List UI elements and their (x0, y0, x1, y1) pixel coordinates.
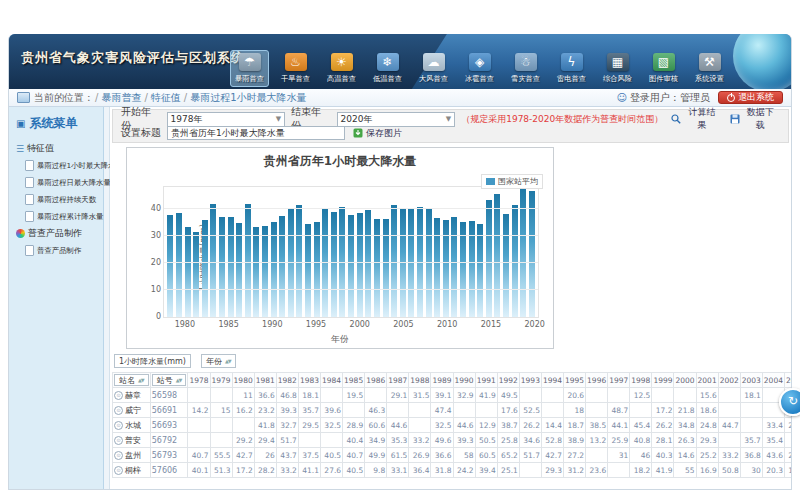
breadcrumb-item[interactable]: 特征值 (151, 92, 181, 103)
year-column-header[interactable]: 1979 (210, 373, 232, 388)
nav-item-settings[interactable]: ⚒系统设置 (690, 50, 729, 87)
bar-slot (226, 187, 235, 317)
tree-group-product-making[interactable]: 普查产品制作 (12, 225, 100, 242)
value-cell: 46.8 (276, 388, 298, 403)
value-cell (608, 388, 630, 403)
year-column-header[interactable]: 1995 (564, 373, 586, 388)
value-cell: 60.6 (365, 418, 387, 433)
tree-group-feature-values[interactable]: ☰特征值 (12, 140, 100, 157)
year-column-header[interactable]: 1987 (387, 373, 409, 388)
nav-item-snow[interactable]: ☃雪灾普查 (506, 50, 545, 87)
toolbar: 开始年份 1978年 ▼ 结束年份 2020年 ▼ （规定采用1978-2020… (112, 109, 789, 143)
year-column-header[interactable]: 1978 (188, 373, 210, 388)
sidebar-item[interactable]: 暴雨过程累计降水量 (25, 208, 100, 225)
year-column-header[interactable]: 1980 (232, 373, 254, 388)
year-column-header[interactable]: 1993 (519, 373, 541, 388)
year-column-header[interactable]: 1997 (608, 373, 630, 388)
start-year-select[interactable]: 1978年 ▼ (167, 112, 286, 127)
year-column-header[interactable]: 2005 (784, 373, 791, 388)
value-cell: 40.4 (343, 433, 365, 448)
station-id-sort[interactable]: 站号 ▲▼ (152, 374, 187, 386)
bar-2012 (460, 222, 466, 317)
nav-item-low-temp[interactable]: ❄低温普查 (368, 50, 407, 87)
gridline (164, 289, 538, 290)
value-cell: 18.2 (630, 463, 652, 478)
expand-row-icon[interactable]: ⊙ (114, 421, 123, 430)
expand-row-icon[interactable]: ⊙ (114, 451, 123, 460)
year-column-header[interactable]: 1988 (409, 373, 431, 388)
value-cell: 15 (210, 403, 232, 418)
nav-item-hail[interactable]: ◈冰雹普查 (460, 50, 499, 87)
value-cell: 36.6 (254, 388, 276, 403)
value-cell (320, 433, 342, 448)
nav-item-lightning[interactable]: ϟ雷电普查 (552, 50, 591, 87)
expand-row-icon[interactable]: ⊙ (114, 466, 123, 475)
logout-button[interactable]: 退出系统 (718, 91, 783, 104)
float-widget-button[interactable]: ↻ (779, 388, 800, 416)
year-column-header[interactable]: 2003 (740, 373, 762, 388)
station-name-cell: ⊙盘州 (113, 448, 151, 463)
year-column-header[interactable]: 1981 (254, 373, 276, 388)
metric-filter-label: 1小时降水量(mm) (119, 356, 186, 367)
year-column-header[interactable]: 1983 (298, 373, 320, 388)
year-column-header[interactable]: 1986 (365, 373, 387, 388)
nav-item-drought[interactable]: ♨干旱普查 (276, 50, 315, 87)
expand-row-icon[interactable]: ⊙ (114, 436, 123, 445)
year-column-header[interactable]: 2004 (762, 373, 784, 388)
year-column-header[interactable]: 1990 (453, 373, 475, 388)
download-button[interactable]: 数据下载 (728, 107, 780, 132)
bar-1988 (253, 227, 259, 317)
year-column-header[interactable]: 1991 (475, 373, 497, 388)
expand-row-icon[interactable]: ⊙ (114, 391, 123, 400)
value-cell (475, 403, 497, 418)
sidebar-item[interactable]: 暴雨过程日最大降水量 (25, 174, 100, 191)
sidebar-item[interactable]: 暴雨过程持续天数 (25, 191, 100, 208)
year-column-header[interactable]: 1982 (276, 373, 298, 388)
year-column-header[interactable]: 2000 (674, 373, 696, 388)
year-column-header[interactable]: 1998 (630, 373, 652, 388)
metric-filter-chip[interactable]: 1小时降水量(mm) (114, 354, 191, 368)
snow-icon: ☃ (515, 53, 537, 71)
year-column-header[interactable]: 1992 (497, 373, 519, 388)
year-column-header[interactable]: 1984 (320, 373, 342, 388)
user-icon: ☺ (617, 92, 627, 103)
nav-item-wind[interactable]: ☁大风普查 (414, 50, 453, 87)
nav-item-high-temp[interactable]: ☀高温普查 (322, 50, 361, 87)
color-wheel-icon (16, 229, 25, 238)
value-cell: 29.2 (232, 433, 254, 448)
calculate-button[interactable]: 计算结果 (669, 107, 721, 132)
nav-item-composite-risk[interactable]: ▦综合风险 (598, 50, 637, 87)
year-column-header[interactable]: 1996 (586, 373, 608, 388)
bar-slot (166, 187, 175, 317)
year-column-header[interactable]: 2002 (718, 373, 740, 388)
breadcrumb-item[interactable]: 暴雨普查 (101, 92, 141, 103)
save-disk-icon (730, 114, 740, 124)
chart-title-input[interactable] (167, 126, 345, 140)
nav-item-map-review[interactable]: ▧图件审核 (644, 50, 683, 87)
year-column-header[interactable]: 1989 (431, 373, 453, 388)
nav-item-label: 图件审核 (648, 74, 680, 84)
station-data-table: 站名 ▲▼ 站号 ▲▼ 197819 (112, 372, 791, 478)
tree-children: 暴雨过程1小时最大降水量暴雨过程日最大降水量暴雨过程持续天数暴雨过程累计降水量 (25, 157, 100, 225)
value-cell: 38.9 (564, 433, 586, 448)
value-cell (188, 418, 210, 433)
sidebar-item[interactable]: 普查产品制作 (25, 242, 100, 259)
bar-1994 (305, 224, 311, 317)
sidebar-item[interactable]: 暴雨过程1小时最大降水量 (25, 157, 100, 174)
value-cell: 24.2 (453, 463, 475, 478)
year-column-header[interactable]: 1994 (541, 373, 563, 388)
nav-item-rainstorm[interactable]: ☂暴雨普查 (230, 50, 269, 87)
end-year-select[interactable]: 2020年 ▼ (337, 112, 456, 127)
value-cell (453, 403, 475, 418)
value-cell (519, 388, 541, 403)
value-cell: 28.2 (254, 463, 276, 478)
year-sort-chip[interactable]: 年份 ▲▼ (201, 354, 236, 368)
year-column-header[interactable]: 1985 (343, 373, 365, 388)
expand-row-icon[interactable]: ⊙ (114, 406, 123, 415)
year-column-header[interactable]: 1999 (652, 373, 674, 388)
year-column-header[interactable]: 2001 (696, 373, 718, 388)
save-image-button[interactable]: 保存图片 (351, 127, 404, 140)
station-name-sort[interactable]: 站名 ▲▼ (114, 374, 149, 386)
breadcrumb-item[interactable]: 暴雨过程1小时最大降水量 (190, 92, 306, 103)
value-cell: 28.9 (343, 418, 365, 433)
